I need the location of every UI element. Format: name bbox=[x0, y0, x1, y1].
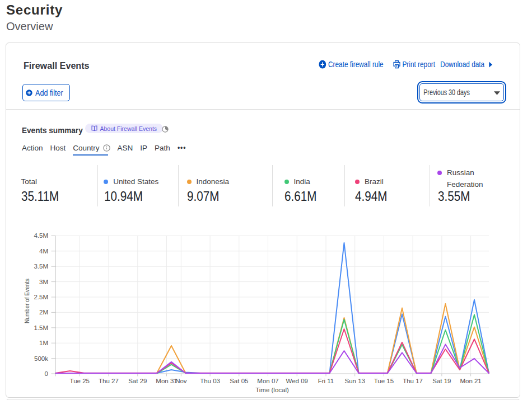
svg-text:Tue 15: Tue 15 bbox=[374, 378, 394, 384]
svg-text:1.5M: 1.5M bbox=[34, 324, 48, 331]
svg-text:Sat 05: Sat 05 bbox=[230, 378, 248, 384]
svg-text:Mon 07: Mon 07 bbox=[257, 378, 278, 384]
svg-text:Sun 13: Sun 13 bbox=[344, 378, 365, 384]
svg-text:4M: 4M bbox=[39, 248, 48, 255]
svg-text:Nov: Nov bbox=[175, 378, 187, 384]
svg-text:Mon 21: Mon 21 bbox=[460, 378, 481, 384]
svg-text:3M: 3M bbox=[39, 279, 48, 285]
svg-text:0: 0 bbox=[45, 370, 48, 377]
svg-text:4.5M: 4.5M bbox=[34, 232, 48, 239]
svg-text:Thu 03: Thu 03 bbox=[200, 378, 220, 384]
svg-text:2M: 2M bbox=[39, 309, 48, 316]
svg-text:500k: 500k bbox=[34, 355, 48, 362]
svg-text:2.5M: 2.5M bbox=[34, 294, 48, 300]
svg-text:Thu 27: Thu 27 bbox=[99, 378, 119, 384]
svg-text:3.5M: 3.5M bbox=[34, 263, 48, 270]
svg-text:Sat 19: Sat 19 bbox=[432, 378, 451, 384]
svg-text:Time (local): Time (local) bbox=[255, 387, 289, 393]
svg-text:Sat 29: Sat 29 bbox=[128, 378, 147, 384]
svg-text:Thu 17: Thu 17 bbox=[403, 378, 423, 384]
svg-text:Number of Events: Number of Events bbox=[24, 279, 30, 323]
svg-text:Fri 11: Fri 11 bbox=[318, 378, 334, 384]
svg-text:1M: 1M bbox=[39, 340, 48, 346]
svg-text:Tue 25: Tue 25 bbox=[70, 378, 90, 384]
svg-text:Mon 31: Mon 31 bbox=[156, 378, 177, 384]
svg-text:Wed 09: Wed 09 bbox=[286, 378, 308, 384]
